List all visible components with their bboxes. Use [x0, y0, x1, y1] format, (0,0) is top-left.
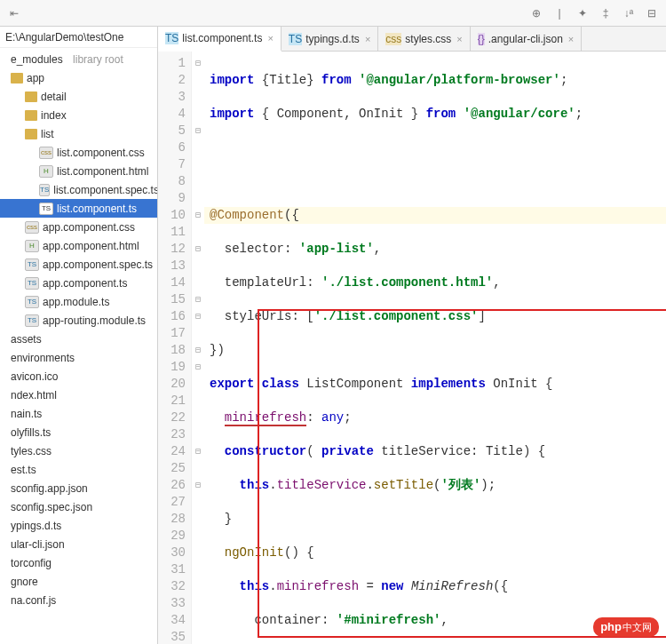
tree-folder-index[interactable]: index	[0, 106, 157, 124]
tree-file[interactable]: sconfig.app.json	[0, 479, 157, 497]
target-icon[interactable]: ⊕	[527, 4, 545, 22]
ts-file-icon: TS	[289, 33, 302, 45]
ts-file-icon: TS	[25, 314, 39, 327]
close-icon[interactable]: ×	[365, 34, 370, 44]
tab-styles[interactable]: css styles.css ×	[378, 27, 470, 51]
tree-file[interactable]: gnore	[0, 572, 157, 591]
top-toolbar: ⇤ ⊕ | ✦ ‡ ↓ª ⊟	[0, 0, 666, 27]
css-file-icon: css	[25, 221, 39, 234]
tree-icon[interactable]: ‡	[597, 4, 614, 22]
close-icon[interactable]: ×	[267, 33, 273, 44]
ts-file-icon: TS	[39, 184, 50, 196]
tree-file[interactable]: Happ.component.html	[0, 236, 157, 255]
folder-icon	[11, 73, 23, 83]
project-sidebar: E:\AngularDemo\testOne e_modules library…	[0, 27, 158, 644]
code-content[interactable]: import {Title} from '@angular/platform-b…	[204, 52, 666, 644]
collapse-icon[interactable]: ⇤	[5, 4, 23, 22]
tab-angular-cli[interactable]: {} .angular-cli.json ×	[471, 27, 583, 51]
sort-icon[interactable]: ↓ª	[620, 4, 638, 22]
folder-icon	[25, 91, 37, 102]
tree-file[interactable]: sconfig.spec.json	[0, 497, 157, 516]
breadcrumb[interactable]: E:\AngularDemo\testOne	[0, 27, 157, 48]
hide-icon[interactable]: ⊟	[643, 4, 661, 22]
tree-file[interactable]: TSapp.component.spec.ts	[0, 255, 157, 274]
separator-icon: |	[551, 4, 568, 22]
ts-file-icon: TS	[25, 296, 39, 308]
tree-file[interactable]: ndex.html	[0, 386, 157, 404]
structure-icon[interactable]: ✦	[574, 4, 591, 22]
ts-file-icon: TS	[25, 258, 39, 271]
ts-file-icon: TS	[39, 203, 53, 215]
tree-file[interactable]: ular-cli.json	[0, 535, 157, 553]
code-editor[interactable]: 1234567891011121314151617181920212223242…	[158, 52, 666, 644]
tree-folder[interactable]: environments	[0, 348, 157, 367]
watermark-logo: php中文网	[593, 617, 659, 637]
tree-root-modules[interactable]: e_modules library root	[0, 50, 157, 68]
tree-file[interactable]: na.conf.js	[0, 591, 157, 609]
breadcrumb-path: E:\AngularDemo\testOne	[5, 31, 123, 44]
tree-folder-list[interactable]: list	[0, 124, 157, 143]
tree-folder-app[interactable]: app	[0, 68, 157, 87]
tree-file[interactable]: nain.ts	[0, 404, 157, 423]
editor-pane: TS list.component.ts × TS typings.d.ts ×…	[158, 27, 666, 644]
tree-file[interactable]: torconfig	[0, 553, 157, 572]
css-file-icon: css	[39, 147, 53, 159]
line-gutter: 1234567891011121314151617181920212223242…	[158, 52, 192, 644]
tree-file[interactable]: est.ts	[0, 460, 157, 479]
css-file-icon: css	[385, 33, 401, 45]
tree-file-component-ts[interactable]: TSlist.component.ts	[0, 199, 157, 218]
tree-file[interactable]: avicon.ico	[0, 367, 157, 386]
folder-icon	[25, 110, 37, 121]
file-tree: e_modules library root app detail index …	[0, 48, 157, 609]
tree-file[interactable]: ypings.d.ts	[0, 516, 157, 535]
folder-icon	[25, 129, 37, 139]
tree-file-html[interactable]: Hlist.component.html	[0, 162, 157, 180]
close-icon[interactable]: ×	[568, 34, 574, 44]
editor-tabs: TS list.component.ts × TS typings.d.ts ×…	[158, 27, 666, 52]
tree-folder[interactable]: assets	[0, 330, 157, 348]
close-icon[interactable]: ×	[456, 34, 462, 44]
tree-file[interactable]: cssapp.component.css	[0, 218, 157, 236]
ts-file-icon: TS	[25, 277, 39, 290]
json-file-icon: {}	[478, 33, 485, 45]
tree-file[interactable]: TSapp.component.ts	[0, 274, 157, 292]
ts-file-icon: TS	[165, 32, 178, 44]
tree-folder-detail[interactable]: detail	[0, 87, 157, 106]
tree-file-css[interactable]: csslist.component.css	[0, 143, 157, 162]
tree-file[interactable]: TSapp-routing.module.ts	[0, 311, 157, 330]
tab-typings[interactable]: TS typings.d.ts ×	[281, 27, 378, 51]
fold-column[interactable]: ⊟⊟⊟⊟⊟⊟⊟⊟⊟⊟	[192, 52, 204, 644]
tree-file-spec[interactable]: TSlist.component.spec.ts	[0, 180, 157, 199]
html-file-icon: H	[39, 165, 53, 178]
tree-file[interactable]: TSapp.module.ts	[0, 292, 157, 311]
tree-file[interactable]: tyles.css	[0, 441, 157, 460]
tree-file[interactable]: olyfills.ts	[0, 423, 157, 441]
tab-list-component[interactable]: TS list.component.ts ×	[158, 27, 281, 52]
html-file-icon: H	[25, 240, 39, 252]
